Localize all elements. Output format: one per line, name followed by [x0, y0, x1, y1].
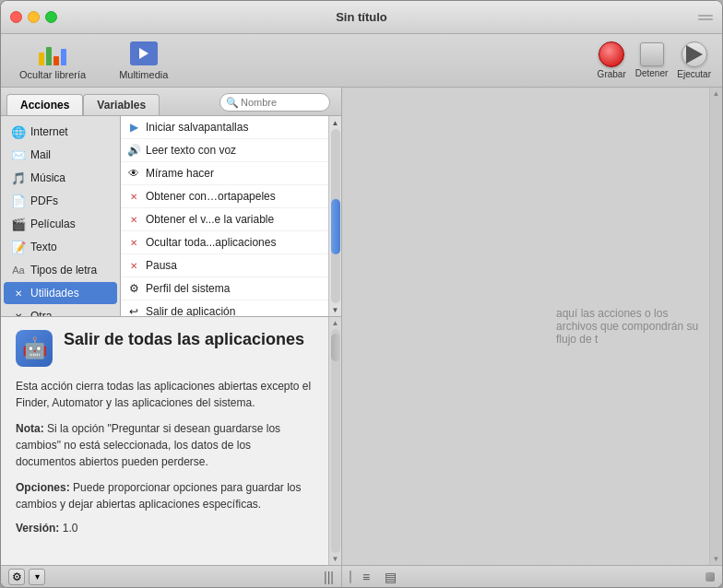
list-view-button[interactable]: ≡ — [357, 570, 375, 584]
workflow-scrollbar[interactable]: ▲ ▼ — [709, 88, 722, 565]
film-icon: 🎬 — [11, 217, 26, 231]
text-icon: 📝 — [11, 240, 26, 254]
action-obtener2[interactable]: ✕ Obtener el v...e la variable — [121, 208, 328, 231]
tabs-group: Acciones Variables — [6, 94, 160, 115]
right-panel: aquí las acciones o los archivos que com… — [342, 88, 722, 587]
drag-hint-text: aquí las acciones o los archivos que com… — [556, 307, 704, 346]
action-label-perfil: Perfil del sistema — [146, 282, 230, 295]
drag-hint: aquí las acciones o los archivos que com… — [342, 88, 722, 565]
sidebar-item-otra[interactable]: ✕ Otra — [4, 305, 117, 316]
workflow-scroll-up[interactable]: ▲ — [713, 89, 720, 98]
library-label: Ocultar librería — [19, 69, 86, 80]
detail-scroll-thumb[interactable] — [331, 334, 340, 361]
scroll-arrow-down[interactable]: ▼ — [331, 305, 340, 314]
flow-view-button[interactable]: ▤ — [381, 570, 399, 584]
stop-button[interactable]: Detener — [635, 42, 669, 78]
sidebar-label-mail: Mail — [30, 148, 51, 161]
mirame-icon: 👁 — [126, 166, 141, 181]
search-input-wrap: 🔍 — [219, 93, 330, 112]
window-title: Sin título — [336, 10, 387, 24]
workflow-scroll-down[interactable]: ▼ — [713, 555, 720, 563]
close-button[interactable] — [10, 11, 22, 23]
tab-variables[interactable]: Variables — [83, 94, 160, 115]
action-label-mirame: Mírame hacer — [146, 167, 214, 180]
detail-app-icon: 🤖 — [16, 330, 53, 367]
library-bars-icon — [39, 41, 66, 65]
sidebar-label-tipos: Tipos de letra — [30, 264, 97, 276]
execute-label: Ejecutar — [677, 69, 711, 79]
action-pausa[interactable]: ✕ Pausa — [121, 254, 328, 277]
execute-button[interactable]: Ejecutar — [677, 41, 711, 79]
multimedia-play-icon — [130, 41, 158, 65]
action-ocultar[interactable]: ✕ Ocultar toda...aplicaciones — [121, 231, 328, 254]
sidebar-item-internet[interactable]: 🌐 Internet — [4, 121, 117, 143]
detail-scroll-arrow-down[interactable]: ▼ — [332, 555, 339, 563]
resize-grip[interactable] — [705, 572, 715, 582]
action-perfil[interactable]: ⚙ Perfil del sistema — [121, 277, 328, 300]
detail-scroll-arrow-up[interactable]: ▲ — [332, 319, 339, 327]
toolbar-right: Grabar Detener Ejecutar — [598, 41, 711, 79]
action-leer[interactable]: 🔊 Leer texto con voz — [121, 139, 328, 162]
sidebar-label-internet: Internet — [30, 125, 68, 138]
library-icon — [38, 41, 67, 66]
detail-version: Versión: 1.0 — [16, 522, 314, 535]
iniciar-icon: ▶ — [126, 120, 141, 135]
obtener1-icon: ✕ — [126, 189, 141, 204]
sidebar-item-tipos[interactable]: Aa Tipos de letra — [4, 259, 117, 281]
status-gear-button[interactable]: ⚙ — [8, 569, 25, 585]
scroll-arrow-up[interactable]: ▲ — [331, 118, 340, 127]
tab-actions[interactable]: Acciones — [6, 94, 83, 115]
sidebar-item-pdfs[interactable]: 📄 PDFs — [4, 190, 117, 212]
right-status-bar: ≡ ▤ — [342, 565, 722, 587]
actions-scrollbar[interactable]: ▲ ▼ — [328, 116, 341, 316]
action-mirame[interactable]: 👁 Mírame hacer — [121, 162, 328, 185]
font-icon: Aa — [11, 263, 26, 277]
mail-icon: ✉️ — [11, 147, 26, 162]
search-input[interactable] — [219, 93, 330, 112]
minimize-button[interactable] — [28, 11, 40, 23]
sidebar-item-musica[interactable]: 🎵 Música — [4, 167, 117, 189]
resize-handle[interactable] — [698, 13, 713, 22]
status-arrow-button[interactable]: ▾ — [29, 569, 45, 585]
detail-scroll-track — [331, 329, 340, 553]
main-window: Sin título Ocultar librería Multimedia — [0, 0, 723, 588]
record-button[interactable]: Grabar — [598, 41, 626, 79]
status-bar: ⚙ ▾ ||| — [1, 565, 341, 587]
actions-list: ▶ Iniciar salvapantallas 🔊 Leer texto co… — [121, 116, 328, 316]
sidebar-item-texto[interactable]: 📝 Texto — [4, 236, 117, 258]
action-obtener1[interactable]: ✕ Obtener con…ortapapeles — [121, 185, 328, 208]
scroll-thumb[interactable] — [331, 199, 340, 254]
detail-version-value: 1.0 — [63, 522, 78, 535]
detail-scrollbar[interactable]: ▲ ▼ — [328, 317, 341, 565]
execute-icon — [682, 41, 707, 67]
action-label-pausa: Pausa — [146, 259, 177, 272]
sidebar: 🌐 Internet ✉️ Mail 🎵 Música 📄 PDFs — [1, 116, 121, 316]
tab-bar: Acciones Variables 🔍 — [1, 88, 341, 116]
sidebar-label-otra: Otra — [30, 310, 52, 316]
titlebar: Sin título — [1, 1, 722, 34]
multimedia-button[interactable]: Multimedia — [112, 37, 175, 84]
detail-description: Esta acción cierra todas las aplicacione… — [16, 378, 314, 411]
maximize-button[interactable] — [45, 11, 57, 23]
detail-title: Salir de todas las aplicaciones — [64, 330, 304, 350]
scroll-track — [331, 129, 340, 303]
action-label-iniciar: Iniciar salvapantallas — [146, 121, 248, 134]
bar-1 — [39, 53, 44, 65]
action-iniciar[interactable]: ▶ Iniciar salvapantallas — [121, 116, 328, 139]
pausa-icon: ✕ — [126, 258, 141, 273]
action-label-obtener2: Obtener el v...e la variable — [146, 213, 274, 226]
detail-header: 🤖 Salir de todas las aplicaciones — [16, 330, 314, 367]
sidebar-item-mail[interactable]: ✉️ Mail — [4, 144, 117, 166]
record-label: Grabar — [598, 69, 626, 79]
sidebar-item-peliculas[interactable]: 🎬 Películas — [4, 213, 117, 235]
action-salir1[interactable]: ↩ Salir de aplicación — [121, 300, 328, 316]
library-button[interactable]: Ocultar librería — [12, 37, 93, 84]
leer-icon: 🔊 — [126, 143, 141, 158]
action-label-salir1: Salir de aplicación — [146, 305, 235, 316]
workflow-hint-text: aquí las acciones o los archivos que com… — [556, 307, 698, 346]
sidebar-label-utilidades: Utilidades — [30, 287, 79, 300]
detail-panel: 🤖 Salir de todas las aplicaciones Esta a… — [1, 316, 341, 565]
workflow-area[interactable]: aquí las acciones o los archivos que com… — [342, 88, 722, 565]
other-icon: ✕ — [11, 309, 26, 316]
sidebar-item-utilidades[interactable]: ✕ Utilidades — [4, 282, 117, 304]
